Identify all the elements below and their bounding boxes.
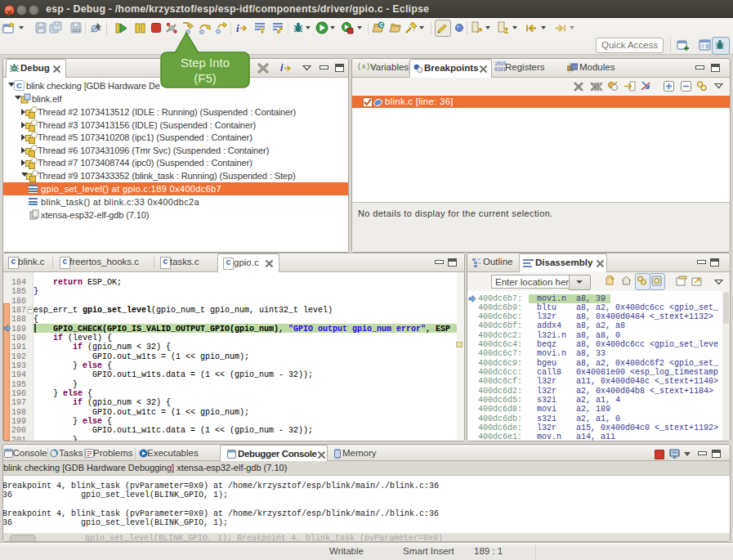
svg-text:C: C	[380, 22, 384, 28]
svg-text:101: 101	[72, 28, 81, 34]
svg-text:C: C	[16, 81, 22, 90]
